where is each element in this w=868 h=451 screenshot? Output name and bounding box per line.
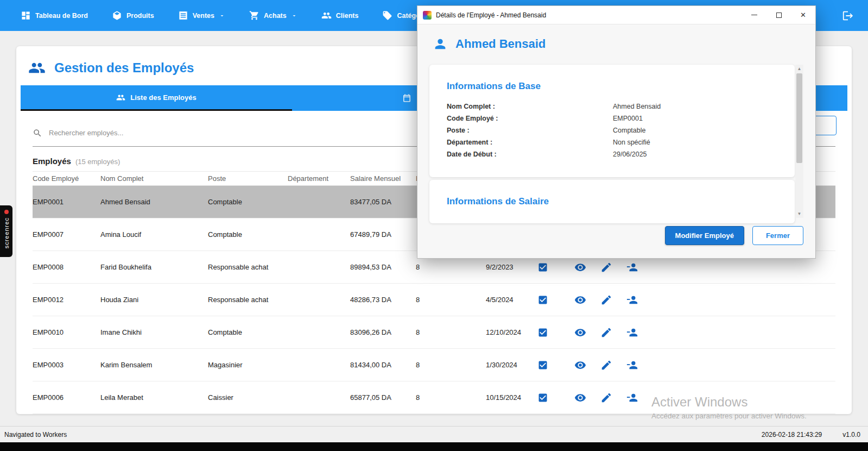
cell-heures: 8 [416, 328, 486, 336]
section-count: (15 employés) [75, 158, 120, 166]
tab-liste-des-employes[interactable]: Liste des Employés [21, 85, 292, 111]
cell-heures: 8 [416, 393, 486, 402]
cell-code: EMP0007 [33, 230, 100, 239]
cell-heures: 8 [416, 361, 486, 369]
field-label: Code Employé : [447, 115, 613, 122]
close-dialog-button[interactable]: Fermer [752, 226, 803, 245]
cell-actions [559, 261, 835, 273]
cell-code: EMP0012 [33, 296, 100, 304]
dashboard-icon [21, 10, 31, 21]
person-remove-icon[interactable] [626, 294, 638, 306]
cell-actions [559, 294, 835, 306]
status-right: 2026-02-18 21:43:29 v1.0.0 [762, 431, 868, 439]
employee-details-dialog: Détails de l'Employé - Ahmed Bensaid ✕ A… [417, 5, 816, 259]
person-remove-icon[interactable] [626, 359, 638, 371]
field-label: Date de Début : [447, 151, 613, 158]
view-eye-icon[interactable] [574, 359, 586, 371]
person-remove-icon[interactable] [626, 261, 638, 273]
field-row: Département : Non spécifié [447, 136, 795, 148]
cell-heures: 8 [416, 263, 486, 271]
employee-name: Ahmed Bensaid [455, 37, 546, 51]
nav-label: Produits [126, 12, 154, 20]
cell-code: EMP0008 [33, 263, 100, 271]
view-eye-icon[interactable] [574, 261, 586, 273]
field-row: Poste : Comptable [447, 124, 795, 136]
dialog-body: Ahmed Bensaid Informations de Base Nom C… [417, 24, 815, 258]
minimize-button[interactable] [742, 6, 766, 24]
cell-name: Amina Loucif [100, 230, 208, 239]
people-icon [28, 59, 46, 77]
cell-statut [527, 295, 559, 305]
nav-item-produits[interactable]: Produits [112, 10, 154, 21]
screenrec-overlay[interactable]: screenrec [0, 205, 12, 257]
cell-poste: Comptable [208, 198, 288, 206]
section-title: Employés [33, 156, 71, 166]
checkbox-checked-icon[interactable] [537, 327, 548, 338]
close-icon: ✕ [800, 11, 806, 18]
col-header-poste: Poste [208, 174, 288, 183]
status-datetime: 2026-02-18 21:43:29 [762, 431, 822, 439]
nav-item-clients[interactable]: Clients [321, 10, 359, 21]
cell-actions [559, 359, 835, 371]
view-eye-icon[interactable] [574, 392, 586, 404]
cell-name: Leila Merabet [100, 393, 208, 402]
logout-button[interactable] [842, 0, 854, 31]
nav-item-ventes[interactable]: Ventes [178, 10, 225, 21]
cell-poste: Caissier [208, 393, 288, 402]
dialog-scrollbar[interactable]: ▲ ▼ [795, 65, 803, 218]
table-row[interactable]: EMP0003 Karim Bensalem Magasinier 81434,… [33, 349, 835, 381]
base-info-card: Informations de Base Nom Complet : Ahmed… [429, 65, 795, 177]
cell-name: Karim Bensalem [100, 361, 208, 369]
cell-code: EMP0006 [33, 393, 100, 402]
checkbox-checked-icon[interactable] [537, 360, 548, 371]
view-eye-icon[interactable] [574, 327, 586, 339]
scrollbar-thumb[interactable] [796, 73, 802, 163]
cell-date: 12/10/2024 [486, 328, 527, 336]
table-row[interactable]: EMP0010 Imane Chikhi Comptable 83096,26 … [33, 316, 835, 349]
nav-label: Clients [336, 12, 359, 20]
table-row[interactable]: EMP0012 Houda Ziani Responsable achat 48… [33, 284, 835, 316]
status-message: Navigated to Workers [0, 431, 762, 439]
view-eye-icon[interactable] [574, 294, 586, 306]
cell-poste: Comptable [208, 230, 288, 239]
cell-poste: Comptable [208, 328, 288, 336]
scroll-up-arrow[interactable]: ▲ [795, 65, 803, 73]
person-remove-icon[interactable] [626, 327, 638, 339]
cell-code: EMP0003 [33, 361, 100, 369]
people-icon [116, 93, 125, 102]
maximize-icon [776, 12, 782, 18]
dialog-titlebar[interactable]: Détails de l'Employé - Ahmed Bensaid ✕ [417, 6, 815, 24]
edit-pencil-icon[interactable] [600, 294, 612, 306]
salary-info-title: Informations de Salaire [447, 196, 795, 207]
calendar-icon [402, 93, 411, 103]
checkbox-checked-icon[interactable] [537, 262, 548, 273]
maximize-button[interactable] [766, 6, 791, 24]
scroll-down-arrow[interactable]: ▼ [795, 210, 803, 218]
col-header-departement: Département [288, 174, 350, 183]
cell-salaire: 65877,05 DA [350, 393, 416, 402]
cell-name: Houda Ziani [100, 296, 208, 304]
close-button[interactable]: ✕ [791, 6, 815, 24]
field-row: Nom Complet : Ahmed Bensaid [447, 101, 795, 112]
nav-item-achats[interactable]: Achats [249, 10, 297, 21]
search-icon [33, 128, 42, 138]
field-value: Non spécifié [613, 139, 650, 146]
nav-label: Ventes [193, 12, 214, 20]
logout-icon [842, 10, 854, 22]
dialog-title: Détails de l'Employé - Ahmed Bensaid [436, 11, 742, 19]
cell-statut [527, 327, 559, 338]
edit-pencil-icon[interactable] [600, 327, 612, 339]
table-row[interactable]: EMP0006 Leila Merabet Caissier 65877,05 … [33, 381, 835, 414]
checkbox-checked-icon[interactable] [537, 295, 548, 305]
edit-pencil-icon[interactable] [600, 392, 612, 404]
record-dot-icon [4, 210, 9, 214]
edit-pencil-icon[interactable] [600, 359, 612, 371]
nav-item-dashboard[interactable]: Tableau de Bord [21, 10, 88, 21]
person-remove-icon[interactable] [626, 392, 638, 404]
edit-pencil-icon[interactable] [600, 261, 612, 273]
checkbox-checked-icon[interactable] [537, 392, 548, 403]
screenrec-label: screenrec [3, 217, 10, 248]
nav-label: Achats [264, 12, 287, 20]
edit-employee-button[interactable]: Modifier Employé [665, 226, 744, 245]
cell-poste: Responsable achat [208, 296, 288, 304]
